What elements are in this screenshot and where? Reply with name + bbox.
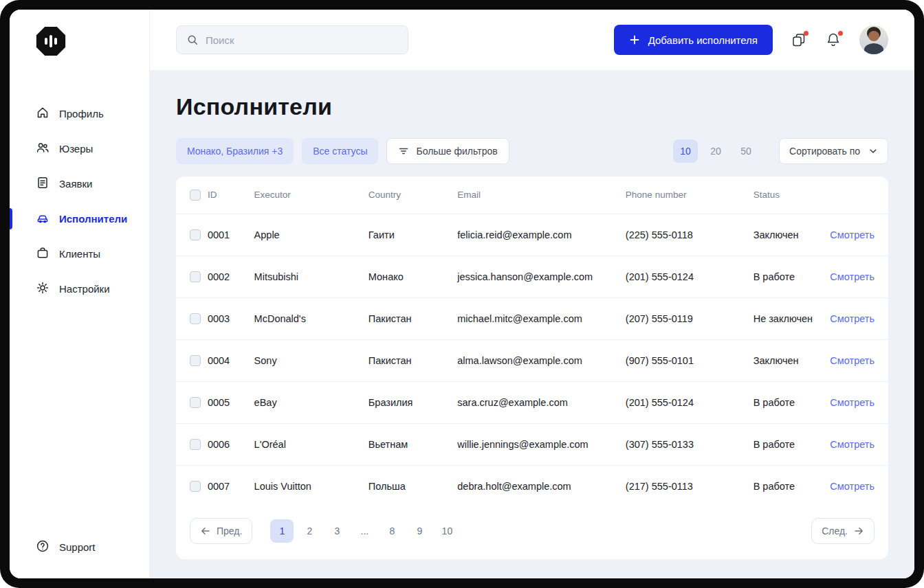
home-icon [36, 106, 50, 122]
sort-label: Сортировать по [789, 146, 860, 157]
search-box[interactable] [176, 25, 408, 54]
question-icon [36, 539, 50, 555]
cell-email: debra.holt@example.com [457, 465, 626, 507]
sidebar-item-label: Клиенты [59, 248, 100, 260]
column-header-id: ID [208, 177, 254, 214]
sidebar-item-label: Исполнители [59, 213, 127, 225]
page-number-2[interactable]: 2 [298, 519, 321, 543]
country-filter-chip[interactable]: Монако, Бразилия +3 [176, 138, 294, 164]
sidebar-item-requests[interactable]: Заявки [10, 166, 149, 201]
cell-id: 0003 [208, 297, 254, 339]
table-row: 0001 Apple Гаити felicia.reid@example.co… [176, 214, 888, 256]
topbar-actions: Добавить исполнителя [614, 25, 888, 55]
avatar[interactable] [859, 25, 888, 54]
table-row: 0005 eBay Бразилия sara.cruz@example.com… [176, 381, 888, 423]
gear-icon [36, 281, 50, 297]
view-link[interactable]: Смотреть [830, 481, 874, 492]
page-number-8[interactable]: 8 [380, 519, 404, 543]
sidebar-item-users[interactable]: Юзеры [10, 131, 149, 166]
view-link[interactable]: Смотреть [830, 271, 874, 282]
column-header-phone: Phone number [626, 177, 754, 214]
column-header-country: Country [368, 177, 457, 214]
notification-dot [838, 31, 843, 36]
table-row: 0006 L'Oréal Вьетнам willie.jennings@exa… [176, 423, 888, 465]
more-filters-button[interactable]: Больше фильтров [386, 138, 509, 164]
page-size-50[interactable]: 50 [734, 139, 758, 163]
briefcase-icon [36, 246, 50, 262]
notification-dot [804, 31, 808, 36]
window-frame: Профиль Юзеры Заявки [0, 0, 924, 588]
column-header-executor: Executor [254, 177, 368, 214]
table-row: 0004 Sony Пакистан alma.lawson@example.c… [176, 339, 888, 381]
row-checkbox[interactable] [190, 229, 201, 240]
pagination-next-button[interactable]: След. [811, 518, 874, 544]
status-filter-chip[interactable]: Все статусы [302, 138, 378, 164]
cell-id: 0005 [208, 381, 254, 423]
page-title: Исполнители [176, 93, 888, 120]
view-link[interactable]: Смотреть [830, 439, 874, 450]
page-number-9[interactable]: 9 [408, 519, 431, 543]
sidebar-item-label: Профиль [59, 108, 104, 120]
view-link[interactable]: Смотреть [830, 313, 874, 324]
arrow-right-icon [853, 525, 864, 536]
view-link[interactable]: Смотреть [830, 229, 874, 240]
sidebar-item-executors[interactable]: Исполнители [10, 201, 149, 236]
cell-executor: McDonald's [254, 297, 368, 339]
page-size-10[interactable]: 10 [673, 139, 698, 163]
sidebar-item-profile[interactable]: Профиль [10, 96, 149, 131]
plus-icon [629, 34, 640, 45]
row-checkbox[interactable] [190, 439, 201, 450]
pagination-prev-button[interactable]: Пред. [190, 518, 252, 544]
cell-executor: Sony [254, 339, 368, 381]
row-checkbox[interactable] [190, 355, 201, 366]
cell-id: 0007 [208, 465, 254, 507]
view-link[interactable]: Смотреть [830, 397, 874, 408]
cell-phone: (201) 555-0124 [626, 256, 754, 297]
column-header-status: Status [754, 177, 830, 214]
view-link[interactable]: Смотреть [830, 355, 874, 366]
pagination: Пред. 123...8910 След. [176, 507, 888, 559]
sidebar-item-clients[interactable]: Клиенты [10, 236, 149, 271]
table-body: 0001 Apple Гаити felicia.reid@example.co… [176, 214, 888, 507]
row-checkbox[interactable] [190, 271, 201, 282]
add-executor-label: Добавить исполнителя [648, 34, 758, 46]
cell-executor: Louis Vuitton [254, 465, 368, 507]
cell-country: Монако [368, 256, 457, 297]
cell-country: Гаити [368, 214, 457, 256]
arrow-left-icon [200, 525, 211, 536]
table-row: 0007 Louis Vuitton Польша debra.holt@exa… [176, 465, 888, 507]
sidebar-item-support[interactable]: Support [10, 539, 149, 555]
cell-status: Заключен [754, 339, 830, 381]
search-input[interactable] [206, 34, 398, 46]
row-checkbox[interactable] [190, 313, 201, 324]
cell-status: В работе [754, 381, 830, 423]
sidebar-item-settings[interactable]: Настройки [10, 271, 149, 306]
add-executor-button[interactable]: Добавить исполнителя [614, 25, 773, 55]
page-number-1[interactable]: 1 [270, 519, 294, 543]
bell-icon[interactable] [825, 32, 842, 48]
page-number-3[interactable]: 3 [325, 519, 349, 543]
page-size-20[interactable]: 20 [703, 139, 728, 163]
cell-phone: (907) 555-0101 [626, 339, 754, 381]
car-icon [36, 211, 50, 227]
cell-executor: L'Oréal [254, 423, 368, 465]
cell-phone: (225) 555-0118 [626, 214, 754, 256]
search-icon [186, 34, 199, 46]
chevron-down-icon [868, 146, 878, 156]
row-checkbox[interactable] [190, 397, 201, 408]
cell-status: В работе [754, 465, 830, 507]
app: Профиль Юзеры Заявки [10, 10, 914, 578]
sidebar-nav: Профиль Юзеры Заявки [10, 96, 149, 306]
cell-country: Пакистан [368, 339, 457, 381]
cell-email: felicia.reid@example.com [457, 214, 626, 256]
row-checkbox[interactable] [190, 481, 201, 492]
page-size-group: 10 20 50 Сортировать по [673, 138, 888, 164]
cell-id: 0001 [208, 214, 254, 256]
copy-icon[interactable] [791, 32, 807, 48]
cell-email: sara.cruz@example.com [457, 381, 626, 423]
cell-executor: Apple [254, 214, 368, 256]
page-number-10[interactable]: 10 [435, 519, 459, 543]
sort-dropdown[interactable]: Сортировать по [779, 138, 888, 164]
cell-country: Польша [368, 465, 457, 507]
select-all-checkbox[interactable] [190, 190, 201, 201]
